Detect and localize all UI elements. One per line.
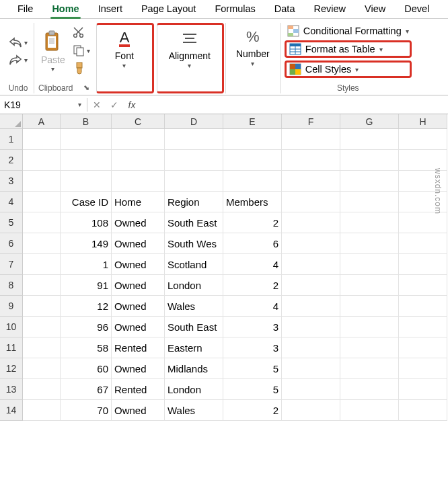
cell[interactable] xyxy=(23,233,61,254)
cell[interactable] xyxy=(112,171,165,192)
undo-button[interactable]: ▾ xyxy=(8,36,28,48)
cell[interactable] xyxy=(282,171,340,192)
cancel-formula-button[interactable]: ✕ xyxy=(88,99,106,110)
column-header[interactable]: D xyxy=(165,114,223,129)
cell[interactable]: 149 xyxy=(61,233,112,254)
tab-home[interactable]: Home xyxy=(42,1,88,18)
row-header[interactable]: 12 xyxy=(0,358,23,379)
font-button[interactable]: A Font ▾ xyxy=(101,25,148,71)
cell[interactable] xyxy=(340,379,399,400)
cell[interactable] xyxy=(282,233,340,254)
tab-view[interactable]: View xyxy=(355,1,395,18)
cell[interactable] xyxy=(165,129,223,150)
chevron-down-icon[interactable]: ▾ xyxy=(73,101,87,108)
cell[interactable]: Members xyxy=(223,192,282,212)
cell[interactable] xyxy=(165,150,223,171)
cell[interactable] xyxy=(340,212,399,233)
cell[interactable] xyxy=(399,337,447,358)
row-header[interactable]: 4 xyxy=(0,192,23,212)
cell[interactable]: 91 xyxy=(61,275,112,296)
alignment-button[interactable]: Alignment ▾ xyxy=(161,25,218,71)
cell[interactable] xyxy=(340,129,399,150)
cell[interactable]: Case ID xyxy=(61,192,112,212)
cell[interactable] xyxy=(340,296,399,317)
cell[interactable] xyxy=(340,254,399,275)
cell[interactable] xyxy=(340,233,399,254)
name-box-input[interactable] xyxy=(0,98,73,112)
row-header[interactable]: 1 xyxy=(0,129,23,150)
cell[interactable] xyxy=(282,212,340,233)
cell[interactable] xyxy=(23,129,61,150)
cell[interactable] xyxy=(23,296,61,317)
cell[interactable]: 6 xyxy=(223,233,282,254)
column-header[interactable]: C xyxy=(112,114,165,129)
format-as-table-button[interactable]: Format as Table ▾ xyxy=(285,40,412,58)
cell[interactable] xyxy=(282,129,340,150)
cell[interactable] xyxy=(399,379,447,400)
cell[interactable] xyxy=(399,358,447,379)
number-button[interactable]: % Number ▾ xyxy=(230,23,276,69)
select-all-corner[interactable] xyxy=(0,114,23,129)
formula-input[interactable] xyxy=(141,98,448,112)
cell[interactable]: Midlands xyxy=(165,358,223,379)
enter-formula-button[interactable]: ✓ xyxy=(106,99,123,110)
dialog-launcher-icon[interactable]: ⬊ xyxy=(82,83,91,92)
row-header[interactable]: 9 xyxy=(0,296,23,317)
cell[interactable] xyxy=(340,317,399,337)
tab-page-layout[interactable]: Page Layout xyxy=(132,1,205,18)
column-header[interactable]: H xyxy=(399,114,447,129)
cell[interactable] xyxy=(340,400,399,421)
row-header[interactable]: 5 xyxy=(0,212,23,233)
cell[interactable]: Owned xyxy=(112,275,165,296)
row-header[interactable]: 11 xyxy=(0,337,23,358)
cell[interactable] xyxy=(282,192,340,212)
cell[interactable] xyxy=(23,171,61,192)
cell[interactable] xyxy=(112,150,165,171)
cell[interactable] xyxy=(23,379,61,400)
cell[interactable]: London xyxy=(165,275,223,296)
paste-button[interactable]: Paste ▾ xyxy=(38,30,68,73)
cell[interactable] xyxy=(282,317,340,337)
cell[interactable]: 12 xyxy=(61,296,112,317)
column-header[interactable]: A xyxy=(23,114,61,129)
cell[interactable]: 4 xyxy=(223,296,282,317)
cell[interactable]: Scotland xyxy=(165,254,223,275)
insert-function-button[interactable]: fx xyxy=(123,99,141,110)
cell[interactable]: 5 xyxy=(223,358,282,379)
cell[interactable] xyxy=(282,337,340,358)
cell[interactable]: Region xyxy=(165,192,223,212)
cell[interactable]: Owned xyxy=(112,400,165,421)
cell[interactable] xyxy=(112,129,165,150)
row-header[interactable]: 14 xyxy=(0,400,23,421)
row-header[interactable]: 7 xyxy=(0,254,23,275)
cell[interactable] xyxy=(399,254,447,275)
cell[interactable] xyxy=(282,400,340,421)
cell[interactable] xyxy=(340,275,399,296)
redo-button[interactable]: ▾ xyxy=(8,54,28,66)
cell[interactable] xyxy=(223,171,282,192)
name-box[interactable]: ▾ xyxy=(0,98,87,112)
cell-styles-button[interactable]: Cell Styles ▾ xyxy=(285,61,412,78)
cell[interactable]: Rented xyxy=(112,337,165,358)
cell[interactable] xyxy=(399,233,447,254)
cell[interactable] xyxy=(399,317,447,337)
column-header[interactable]: G xyxy=(340,114,399,129)
copy-button[interactable]: ▾ xyxy=(72,44,91,57)
cell[interactable]: 5 xyxy=(223,379,282,400)
cell[interactable] xyxy=(23,317,61,337)
row-header[interactable]: 10 xyxy=(0,317,23,337)
cell[interactable]: Owned xyxy=(112,358,165,379)
row-header[interactable]: 13 xyxy=(0,379,23,400)
column-header[interactable]: F xyxy=(282,114,340,129)
cell[interactable] xyxy=(282,275,340,296)
cell[interactable] xyxy=(399,275,447,296)
tab-formulas[interactable]: Formulas xyxy=(205,1,264,18)
cell[interactable]: 4 xyxy=(223,254,282,275)
cell[interactable] xyxy=(282,150,340,171)
row-header[interactable]: 2 xyxy=(0,150,23,171)
cell[interactable]: Owned xyxy=(112,212,165,233)
cell[interactable] xyxy=(23,254,61,275)
cell[interactable] xyxy=(340,358,399,379)
cell[interactable]: South East xyxy=(165,317,223,337)
cell[interactable]: Owned xyxy=(112,233,165,254)
